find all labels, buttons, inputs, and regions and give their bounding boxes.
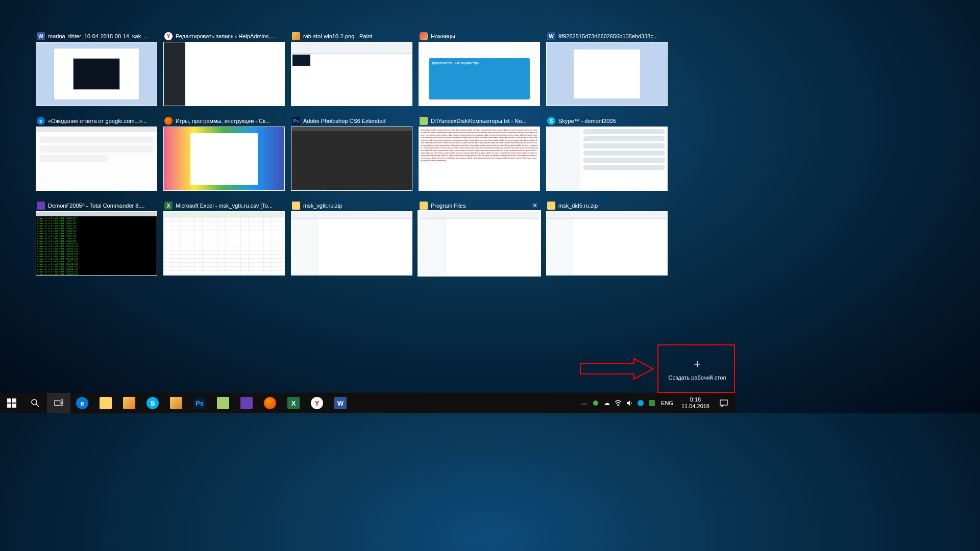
window-thumbnail[interactable]: e«Ожидание ответа от google.com...»... — [36, 115, 157, 191]
firefox-icon — [164, 117, 173, 125]
svg-rect-0 — [7, 398, 11, 403]
tray-chevron-up-icon[interactable]: ︿ — [579, 398, 590, 408]
taskbar-app-skype[interactable]: S — [141, 393, 164, 413]
window-title: msk_did5.ru.zip — [558, 203, 667, 209]
skype-icon: S — [547, 117, 555, 125]
taskbar-app-photoshop[interactable]: Ps — [188, 393, 211, 413]
window-preview — [163, 42, 285, 106]
window-thumbnail[interactable]: Program Files✕ — [419, 200, 540, 276]
taskbar-app-paint[interactable] — [117, 393, 141, 413]
task-view-button[interactable] — [47, 393, 70, 413]
window-thumbnail[interactable]: Игры, программы, инструкции - Ск... — [163, 115, 285, 191]
folder-icon — [547, 202, 555, 210]
taskbar-app-firefox[interactable] — [258, 393, 282, 413]
plus-icon: ＋ — [692, 356, 703, 371]
svg-line-5 — [36, 404, 39, 407]
edge-icon: e — [37, 117, 45, 125]
window-title: DemonF2005^ - Total Commander 8.... — [48, 203, 156, 209]
word-icon: W — [547, 32, 555, 40]
tray-app-icon-1[interactable] — [635, 398, 646, 408]
window-preview — [546, 211, 668, 276]
window-preview — [163, 127, 285, 191]
taskbar-app-explorer[interactable] — [94, 393, 117, 413]
window-preview: lorem ipsum dolor sit amet consectetur l… — [419, 127, 540, 191]
window-title: Program Files — [431, 203, 528, 209]
npp-icon — [420, 117, 428, 125]
search-button[interactable] — [23, 393, 47, 413]
tray-wifi-icon[interactable] — [613, 398, 623, 408]
tray-volume-icon[interactable] — [624, 398, 634, 408]
taskbar-app-word[interactable]: W — [329, 393, 352, 413]
window-thumbnail[interactable]: YРедактировать запись ‹ HelpAdmins.... — [163, 31, 285, 106]
window-thumbnail[interactable]: SSkype™ - demonf2005 — [546, 115, 668, 191]
taskbar-app-edge[interactable]: e — [70, 393, 94, 413]
excel-icon: X — [164, 202, 173, 210]
action-center-button[interactable] — [715, 398, 733, 408]
window-thumbnail[interactable]: D:\YandexDisk\Компьютеры.txt - No...lore… — [419, 115, 540, 191]
window-title: D:\YandexDisk\Компьютеры.txt - No... — [431, 118, 539, 124]
svg-point-9 — [618, 405, 619, 406]
window-title: Редактировать запись ‹ HelpAdmins.... — [176, 33, 284, 39]
language-indicator[interactable]: ENG — [658, 400, 676, 406]
window-title: Skype™ - demonf2005 — [558, 118, 667, 124]
word-icon: W — [37, 32, 45, 40]
taskbar-app-yandex[interactable]: Y — [305, 393, 329, 413]
window-thumbnail[interactable]: НожницыДополнительные параметры — [419, 31, 540, 106]
window-thumbnail[interactable]: msk_vgtk.ru.zip — [291, 200, 412, 276]
window-preview — [546, 127, 668, 191]
ps-icon: Ps — [292, 117, 300, 125]
paint-icon — [292, 32, 300, 40]
taskbar-app-excel[interactable]: X — [282, 393, 305, 413]
window-preview — [36, 42, 157, 106]
window-title: Игры, программы, инструкции - Ск... — [176, 118, 284, 124]
window-title: Microsoft Excel - msk_vgtk.ru.csv [To... — [176, 203, 284, 209]
svg-point-4 — [32, 399, 37, 405]
tray-app-icon-2[interactable] — [647, 398, 657, 408]
taskbar: e S Ps X Y W ︿ ☁ ENG 0:18 11.04.2018 — [0, 393, 735, 413]
svg-rect-1 — [12, 398, 16, 403]
svg-rect-3 — [12, 404, 16, 408]
svg-rect-6 — [55, 401, 60, 406]
window-preview — [291, 127, 412, 191]
window-thumbnail[interactable]: PsAdobe Photoshop CS6 Extended — [291, 115, 412, 191]
taskbar-app-paint2[interactable] — [164, 393, 188, 413]
window-thumbnail[interactable]: XMicrosoft Excel - msk_vgtk.ru.csv [To..… — [163, 200, 285, 276]
window-thumbnail[interactable]: msk_did5.ru.zip — [546, 200, 668, 276]
tray-cloud-icon[interactable]: ☁ — [602, 398, 612, 408]
window-thumbnail[interactable]: DemonF2005^ - Total Commander 8....drwxr… — [36, 200, 157, 276]
new-desktop-label: Создать рабочий стол — [668, 374, 726, 381]
window-thumbnail[interactable]: rab-stol-win10-2.png - Paint — [291, 31, 412, 106]
window-title: «Ожидание ответа от google.com...»... — [48, 118, 156, 124]
close-window-button[interactable]: ✕ — [531, 202, 539, 210]
window-title: rab-stol-win10-2.png - Paint — [303, 33, 411, 39]
window-preview — [163, 211, 285, 276]
clock-time: 0:18 — [681, 396, 709, 403]
yandex-icon: Y — [164, 32, 173, 40]
window-thumbnail[interactable]: Wmarina_rihter_10-04-2018-08-14_kak_... — [36, 31, 157, 106]
window-title: Adobe Photoshop CS6 Extended — [303, 118, 411, 124]
window-preview — [419, 211, 540, 276]
tray-status-icon[interactable] — [591, 398, 601, 408]
window-title: 9f9252515d73d8602656b105ebd338c... — [558, 33, 667, 39]
start-button[interactable] — [0, 393, 23, 413]
clock-date: 11.04.2018 — [681, 403, 709, 410]
folder-icon — [292, 202, 300, 210]
svg-rect-8 — [61, 403, 63, 406]
taskbar-app-notepadpp[interactable] — [211, 393, 235, 413]
system-tray: ︿ ☁ ENG 0:18 11.04.2018 — [579, 393, 735, 413]
svg-rect-10 — [720, 400, 727, 405]
taskbar-app-totalcommander[interactable] — [235, 393, 258, 413]
window-preview — [291, 42, 412, 106]
window-preview — [546, 42, 668, 106]
window-title: marina_rihter_10-04-2018-08-14_kak_... — [48, 33, 156, 39]
new-desktop-button[interactable]: ＋ Создать рабочий стол — [659, 346, 735, 391]
snip-icon — [420, 32, 428, 40]
window-preview: Дополнительные параметры — [419, 42, 540, 106]
clock[interactable]: 0:18 11.04.2018 — [677, 396, 714, 410]
window-preview — [291, 211, 412, 276]
window-title: Ножницы — [431, 33, 539, 39]
window-thumbnail[interactable]: W9f9252515d73d8602656b105ebd338c... — [546, 31, 668, 106]
window-preview — [36, 127, 157, 191]
window-preview: drwxr-xr-x 2 root 4096 file0.txtdrwxr-xr… — [36, 211, 157, 276]
task-view: Wmarina_rihter_10-04-2018-08-14_kak_...Y… — [0, 31, 735, 372]
